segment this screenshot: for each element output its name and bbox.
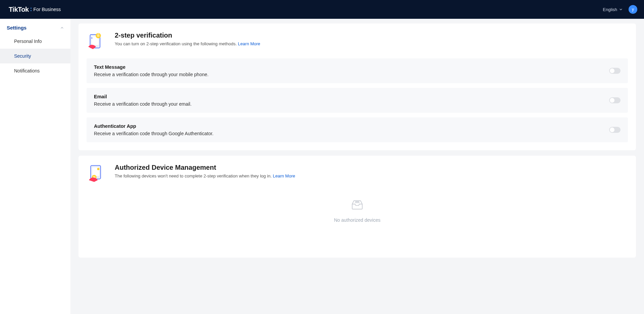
sidebar: Settings Personal Info Security Notifica… bbox=[0, 19, 70, 314]
method-desc: Receive a verification code through Goog… bbox=[94, 131, 213, 136]
method-title: Email bbox=[94, 94, 192, 99]
two-step-desc: You can turn on 2-step verification usin… bbox=[115, 41, 260, 46]
sidebar-item-label: Personal Info bbox=[14, 39, 42, 44]
top-header: TikTok : For Business English y bbox=[0, 0, 644, 19]
toggle-text-message[interactable] bbox=[609, 68, 621, 74]
devices-empty-text: No authorized devices bbox=[87, 217, 628, 223]
devices-learn-more-link[interactable]: Learn More bbox=[273, 173, 295, 178]
devices-empty-state: No authorized devices bbox=[87, 185, 628, 250]
devices-header-text: Authorized Device Management The followi… bbox=[115, 164, 295, 178]
two-step-header-text: 2-step verification You can turn on 2-st… bbox=[115, 32, 260, 46]
chevron-down-icon bbox=[619, 8, 623, 11]
method-title: Authenticator App bbox=[94, 123, 213, 129]
sidebar-title-label: Settings bbox=[7, 25, 26, 31]
logo-main: TikTok bbox=[9, 6, 29, 13]
svg-point-7 bbox=[97, 168, 100, 170]
chevron-up-icon bbox=[60, 26, 64, 30]
method-info: Email Receive a verification code throug… bbox=[94, 94, 192, 107]
two-step-learn-more-link[interactable]: Learn More bbox=[238, 41, 260, 46]
avatar-initial: y bbox=[632, 7, 634, 12]
two-step-illustration-icon bbox=[87, 32, 105, 50]
language-label: English bbox=[603, 7, 617, 12]
inbox-empty-icon bbox=[351, 199, 364, 211]
toggle-email[interactable] bbox=[609, 97, 621, 103]
logo-sub: For Business bbox=[34, 7, 61, 12]
sidebar-items: Personal Info Security Notifications bbox=[0, 34, 70, 78]
user-avatar[interactable]: y bbox=[629, 5, 637, 14]
two-step-desc-text: You can turn on 2-step verification usin… bbox=[115, 41, 238, 46]
two-step-card: 2-step verification You can turn on 2-st… bbox=[78, 23, 636, 150]
devices-illustration-icon bbox=[87, 164, 105, 182]
language-selector[interactable]: English bbox=[603, 7, 623, 12]
logo-separator: : bbox=[30, 6, 32, 13]
sidebar-item-personal-info[interactable]: Personal Info bbox=[0, 34, 70, 49]
method-email: Email Receive a verification code throug… bbox=[87, 88, 628, 113]
method-text-message: Text Message Receive a verification code… bbox=[87, 58, 628, 83]
main-content: 2-step verification You can turn on 2-st… bbox=[70, 19, 644, 314]
method-desc: Receive a verification code through your… bbox=[94, 101, 192, 107]
sidebar-item-notifications[interactable]: Notifications bbox=[0, 63, 70, 78]
sidebar-item-label: Notifications bbox=[14, 68, 40, 73]
method-title: Text Message bbox=[94, 64, 209, 70]
svg-rect-4 bbox=[97, 35, 100, 37]
brand-logo[interactable]: TikTok : For Business bbox=[9, 6, 61, 13]
two-step-header: 2-step verification You can turn on 2-st… bbox=[87, 32, 628, 50]
two-step-title: 2-step verification bbox=[115, 32, 260, 39]
devices-desc-text: The following devices won't need to comp… bbox=[115, 173, 273, 178]
devices-title: Authorized Device Management bbox=[115, 164, 295, 171]
devices-header: Authorized Device Management The followi… bbox=[87, 164, 628, 182]
svg-point-2 bbox=[91, 38, 93, 39]
method-info: Authenticator App Receive a verification… bbox=[94, 123, 213, 136]
sidebar-item-security[interactable]: Security bbox=[0, 49, 70, 63]
devices-card: Authorized Device Management The followi… bbox=[78, 156, 636, 258]
header-right: English y bbox=[603, 5, 637, 14]
sidebar-item-label: Security bbox=[14, 53, 31, 59]
sidebar-section-settings[interactable]: Settings bbox=[0, 19, 70, 34]
toggle-authenticator[interactable] bbox=[609, 127, 621, 133]
devices-desc: The following devices won't need to comp… bbox=[115, 173, 295, 178]
method-desc: Receive a verification code through your… bbox=[94, 72, 209, 77]
method-authenticator: Authenticator App Receive a verification… bbox=[87, 117, 628, 142]
method-info: Text Message Receive a verification code… bbox=[94, 64, 209, 77]
